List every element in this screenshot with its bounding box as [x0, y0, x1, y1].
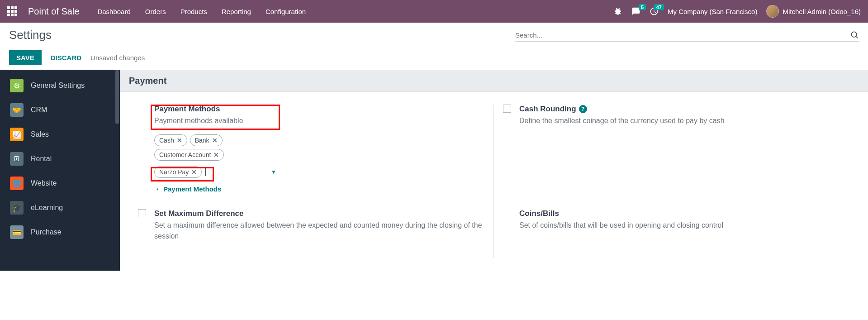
tag-cash[interactable]: Cash✕	[154, 134, 187, 146]
sidebar-scrollbar[interactable]	[114, 70, 120, 271]
cash-rounding-checkbox[interactable]	[503, 105, 511, 113]
close-icon[interactable]: ✕	[212, 137, 218, 144]
setting-title: Coins/Bills	[519, 209, 850, 218]
setting-coins-bills: Coins/Bills Set of coins/bills that will…	[494, 209, 859, 258]
setting-desc: Payment methods available	[154, 115, 485, 126]
close-icon[interactable]: ✕	[213, 151, 219, 158]
setting-desc: Set of coins/bills that will be used in …	[519, 220, 850, 231]
debug-icon[interactable]	[613, 7, 622, 16]
nav-menu-dashboard[interactable]: Dashboard	[97, 8, 130, 15]
navbar-left: Point of Sale Dashboard Orders Products …	[7, 6, 306, 17]
activities-badge: 47	[654, 4, 664, 10]
graduation-icon: 🎓	[10, 201, 24, 215]
tag-bank[interactable]: Bank✕	[190, 134, 223, 146]
sidebar-item-general[interactable]: ⚙ General Settings	[0, 73, 120, 98]
card-icon: 💳	[10, 225, 24, 239]
svg-point-0	[851, 32, 857, 37]
sidebar-item-rental[interactable]: 🗓 Rental	[0, 147, 120, 171]
payment-methods-link[interactable]: Payment Methods	[154, 185, 485, 193]
gear-icon: ⚙	[10, 79, 24, 92]
setting-left-pane	[138, 105, 147, 193]
body-wrap: ⚙ General Settings 🤝 CRM 📈 Sales 🗓 Renta…	[0, 70, 868, 271]
setting-payment-methods: Payment Methods Payment methods availabl…	[129, 105, 494, 209]
setting-cash-rounding: Cash Rounding ? Define the smallest coin…	[494, 105, 859, 209]
nav-menu-configuration[interactable]: Configuration	[266, 8, 306, 15]
control-panel: Settings SAVE DISCARD Unsaved changes	[0, 23, 868, 70]
save-button[interactable]: SAVE	[9, 50, 42, 65]
close-icon[interactable]: ✕	[191, 168, 197, 176]
nav-menu-orders[interactable]: Orders	[145, 8, 166, 15]
setting-right-pane: Set Maximum Difference Set a maximum dif…	[154, 209, 485, 242]
calendar-icon: 🗓	[10, 152, 24, 166]
messages-icon[interactable]: 5	[631, 7, 640, 16]
avatar	[766, 5, 779, 18]
handshake-icon: 🤝	[10, 103, 24, 117]
close-icon[interactable]: ✕	[177, 137, 182, 144]
sidebar-item-crm[interactable]: 🤝 CRM	[0, 98, 120, 122]
sidebar-item-purchase[interactable]: 💳 Purchase	[0, 220, 120, 244]
company-switcher[interactable]: My Company (San Francisco)	[668, 8, 757, 15]
help-icon[interactable]: ?	[579, 105, 587, 113]
nav-menu: Dashboard Orders Products Reporting Conf…	[97, 8, 306, 15]
svg-line-1	[856, 37, 858, 38]
text-cursor	[205, 168, 206, 176]
sidebar-item-label: General Settings	[31, 81, 85, 90]
settings-main: Payment Payment Methods Payment methods …	[120, 70, 868, 271]
messages-badge: 5	[639, 4, 646, 10]
setting-max-difference: Set Maximum Difference Set a maximum dif…	[129, 209, 494, 258]
setting-right-pane: Cash Rounding ? Define the smallest coin…	[519, 105, 850, 193]
cp-bottom: SAVE DISCARD Unsaved changes	[9, 50, 859, 70]
user-menu[interactable]: Mitchell Admin (Odoo_16)	[766, 5, 861, 18]
setting-right-pane: Payment Methods Payment methods availabl…	[154, 105, 485, 193]
nav-menu-reporting[interactable]: Reporting	[222, 8, 251, 15]
search-bar[interactable]	[515, 29, 859, 42]
sidebar-item-label: Purchase	[31, 228, 62, 236]
setting-title: Payment Methods	[154, 105, 485, 114]
activities-icon[interactable]: 47	[650, 7, 659, 16]
apps-icon[interactable]	[7, 6, 17, 16]
search-icon[interactable]	[850, 30, 859, 39]
search-input[interactable]	[515, 31, 850, 39]
sidebar-item-elearning[interactable]: 🎓 eLearning	[0, 196, 120, 220]
sidebar-item-label: eLearning	[31, 204, 63, 212]
unsaved-indicator: Unsaved changes	[90, 54, 145, 62]
setting-right-pane: Coins/Bills Set of coins/bills that will…	[519, 209, 850, 242]
setting-desc: Define the smallest coinage of the curre…	[519, 115, 850, 126]
tag-customer-account[interactable]: Customer Account✕	[154, 149, 224, 161]
setting-desc: Set a maximum difference allowed between…	[154, 220, 485, 242]
setting-left-pane	[503, 105, 512, 193]
sidebar-item-label: CRM	[31, 106, 47, 114]
page-title: Settings	[9, 28, 52, 42]
navbar-right: 5 47 My Company (San Francisco) Mitchell…	[613, 5, 861, 18]
setting-title: Set Maximum Difference	[154, 209, 485, 218]
settings-grid: Payment Methods Payment methods availabl…	[120, 92, 868, 271]
chevron-down-icon[interactable]: ▼	[271, 169, 276, 175]
section-header-payment: Payment	[120, 70, 868, 92]
tag-narzo-pay[interactable]: Narzo Pay✕	[154, 166, 202, 178]
setting-title: Cash Rounding ?	[519, 105, 850, 114]
discard-button[interactable]: DISCARD	[49, 50, 83, 65]
sidebar-item-website[interactable]: 🌐 Website	[0, 171, 120, 196]
nav-menu-products[interactable]: Products	[180, 8, 207, 15]
chart-icon: 📈	[10, 128, 24, 141]
payment-methods-tags[interactable]: Cash✕ Bank✕ Customer Account✕ Narzo Pay✕…	[154, 134, 276, 178]
globe-icon: 🌐	[10, 177, 24, 190]
app-brand[interactable]: Point of Sale	[28, 6, 79, 17]
setting-left-pane	[138, 209, 147, 242]
sidebar-item-sales[interactable]: 📈 Sales	[0, 122, 120, 147]
sidebar-item-label: Rental	[31, 155, 52, 163]
max-difference-checkbox[interactable]	[138, 209, 146, 217]
cp-top: Settings	[9, 28, 859, 42]
arrow-right-icon	[154, 186, 161, 192]
sidebar-item-label: Website	[31, 179, 57, 187]
user-name: Mitchell Admin (Odoo_16)	[783, 8, 861, 15]
setting-left-pane	[503, 209, 512, 242]
sidebar-item-label: Sales	[31, 130, 49, 139]
top-navbar: Point of Sale Dashboard Orders Products …	[0, 0, 868, 23]
settings-sidebar: ⚙ General Settings 🤝 CRM 📈 Sales 🗓 Renta…	[0, 70, 120, 271]
